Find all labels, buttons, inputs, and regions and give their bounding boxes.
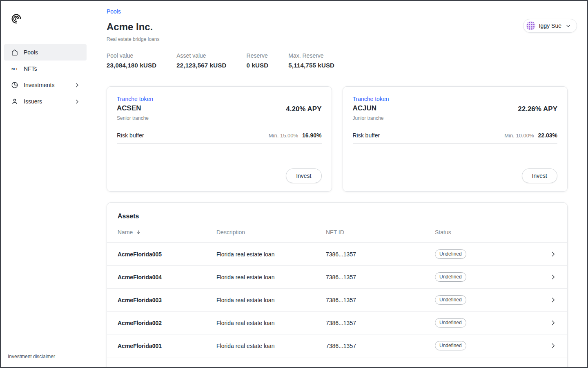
asset-row[interactable]: AcmeFlorida004 Florida real estate loan … — [107, 266, 567, 289]
assets-card: Assets Name Description NFT ID Status Ac… — [107, 202, 568, 367]
chevron-right-icon — [74, 99, 80, 105]
page-title: Acme Inc. — [107, 21, 568, 33]
sidebar-item-label: Investments — [24, 82, 54, 88]
chevron-right-icon — [545, 296, 557, 303]
tranche-type: Junior tranche — [353, 115, 389, 121]
assets-title: Assets — [107, 213, 567, 220]
column-header-name[interactable]: Name — [118, 229, 216, 236]
chevron-right-icon — [545, 342, 557, 349]
risk-buffer-min: Min. 10.00% — [504, 132, 534, 139]
column-header-description: Description — [216, 229, 326, 236]
asset-name: AcmeFlorida002 — [118, 320, 216, 326]
app-root: Pools NFT NFTs Investments Issuers — [0, 0, 588, 368]
page-subtitle: Real estate bridge loans — [107, 36, 568, 42]
risk-buffer-min: Min. 15.00% — [269, 132, 298, 139]
sidebar-item-investments[interactable]: Investments — [4, 77, 87, 93]
assets-table-header: Name Description NFT ID Status — [107, 222, 567, 243]
asset-row[interactable]: AcmeFlorida005 Florida real estate loan … — [107, 243, 567, 266]
pool-stats: Pool value 23,084,180 kUSD Asset value 2… — [107, 52, 568, 69]
user-name: Iggy Sue — [539, 22, 561, 29]
tranche-token-label[interactable]: Tranche token — [353, 96, 389, 102]
asset-description: Florida real estate loan — [216, 343, 326, 349]
chevron-right-icon — [545, 319, 557, 326]
sidebar-item-issuers[interactable]: Issuers — [4, 93, 87, 110]
status-badge: Undefined — [435, 272, 466, 282]
sidebar-item-label: Issuers — [24, 98, 42, 105]
chevron-right-icon — [545, 274, 557, 280]
asset-row[interactable]: AcmeFlorida002 Florida real estate loan … — [107, 312, 567, 334]
tranche-token-symbol: ACSEN — [117, 104, 153, 112]
tranche-cards: Tranche token ACSEN Senior tranche 4.20%… — [107, 86, 568, 192]
column-header-status: Status — [435, 229, 545, 236]
sidebar-item-pools[interactable]: Pools — [4, 44, 87, 61]
stat-label: Reserve — [247, 52, 269, 59]
stat-pool-value: Pool value 23,084,180 kUSD — [107, 52, 156, 69]
avatar — [526, 21, 535, 30]
invest-button[interactable]: Invest — [286, 168, 321, 183]
tranche-apy: 22.26% APY — [518, 105, 557, 113]
stat-value: 22,123,567 kUSD — [176, 62, 226, 69]
asset-row[interactable]: AcmeFlorida001 Florida real estate loan … — [107, 334, 567, 357]
stat-label: Pool value — [107, 52, 156, 59]
sort-descending-icon — [136, 229, 141, 235]
risk-buffer-value: 16.90% — [302, 132, 321, 139]
asset-description: Florida real estate loan — [216, 320, 326, 326]
main-content: Pools Acme Inc. Real estate bridge loans… — [90, 1, 587, 367]
asset-description: Florida real estate loan — [216, 297, 326, 303]
chevron-down-icon — [565, 23, 571, 29]
asset-description: Florida real estate loan — [216, 274, 326, 280]
tranche-card-junior: Tranche token ACJUN Junior tranche 22.26… — [343, 86, 568, 192]
person-icon — [11, 97, 19, 105]
stat-value: 23,084,180 kUSD — [107, 62, 156, 69]
asset-nft-id: 7386...1357 — [326, 343, 435, 349]
stat-asset-value: Asset value 22,123,567 kUSD — [176, 52, 226, 69]
risk-buffer-value: 22.03% — [538, 132, 557, 139]
stat-max-reserve: Max. Reserve 5,114,755 kUSD — [288, 52, 334, 69]
asset-nft-id: 7386...1357 — [326, 320, 435, 326]
tranche-card-senior: Tranche token ACSEN Senior tranche 4.20%… — [107, 86, 332, 192]
stat-value: 0 kUSD — [247, 62, 269, 69]
tranche-apy: 4.20% APY — [286, 105, 321, 113]
divider — [117, 143, 322, 144]
status-badge: Undefined — [435, 249, 466, 259]
asset-nft-id: 7386...1357 — [326, 297, 435, 303]
divider — [353, 143, 558, 144]
sidebar-nav: Pools NFT NFTs Investments Issuers — [1, 44, 90, 110]
home-icon — [11, 48, 19, 56]
stat-label: Asset value — [176, 52, 226, 59]
column-label: Name — [118, 229, 133, 236]
tranche-token-label[interactable]: Tranche token — [117, 96, 153, 102]
invest-button[interactable]: Invest — [522, 168, 557, 183]
status-badge: Undefined — [435, 295, 466, 305]
centrifuge-logo[interactable] — [10, 12, 23, 25]
sidebar: Pools NFT NFTs Investments Issuers — [1, 1, 90, 367]
risk-buffer-label: Risk buffer — [117, 132, 144, 139]
sidebar-item-nfts[interactable]: NFT NFTs — [4, 61, 87, 77]
status-badge: Undefined — [435, 318, 466, 328]
tranche-type: Senior tranche — [117, 115, 153, 121]
pie-chart-icon — [11, 81, 19, 89]
stat-label: Max. Reserve — [288, 52, 334, 59]
asset-row[interactable]: AcmeFlorida003 Florida real estate loan … — [107, 289, 567, 312]
stat-reserve: Reserve 0 kUSD — [247, 52, 269, 69]
chevron-right-icon — [545, 251, 557, 258]
sidebar-item-label: Pools — [24, 49, 38, 56]
status-badge: Undefined — [435, 341, 466, 350]
tranche-token-symbol: ACJUN — [353, 104, 389, 112]
asset-name: AcmeFlorida005 — [118, 251, 216, 258]
risk-buffer-label: Risk buffer — [353, 132, 380, 139]
asset-nft-id: 7386...1357 — [326, 274, 435, 280]
sidebar-item-label: NFTs — [24, 65, 37, 72]
investment-disclaimer-link[interactable]: Investment disclaimer — [8, 354, 55, 359]
asset-name: AcmeFlorida003 — [118, 297, 216, 303]
chevron-right-icon — [74, 82, 80, 88]
asset-nft-id: 7386...1357 — [326, 251, 435, 258]
user-menu[interactable]: Iggy Sue — [523, 19, 577, 33]
nft-icon: NFT — [11, 65, 19, 73]
stat-value: 5,114,755 kUSD — [288, 62, 334, 69]
asset-name: AcmeFlorida001 — [118, 343, 216, 349]
asset-description: Florida real estate loan — [216, 251, 326, 258]
breadcrumb[interactable]: Pools — [107, 8, 121, 15]
column-header-nft-id: NFT ID — [326, 229, 435, 236]
asset-name: AcmeFlorida004 — [118, 274, 216, 280]
